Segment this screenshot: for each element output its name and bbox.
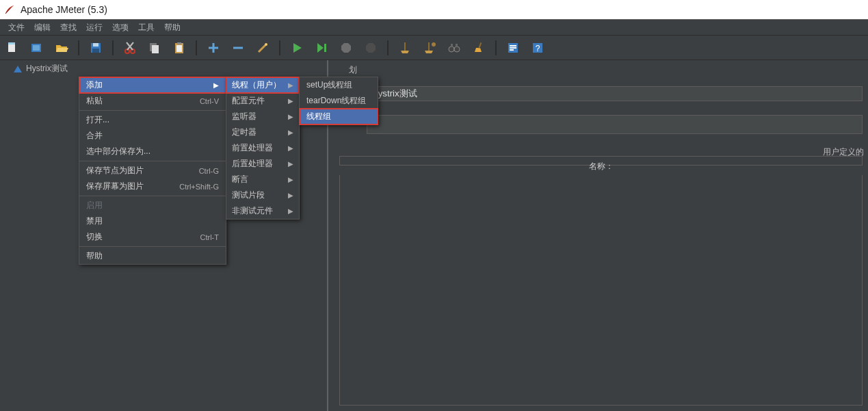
thread-group[interactable]: 线程组 [300, 109, 378, 124]
context-menu: 添加▶ 粘贴Ctrl-V 打开... 合并 选中部分保存为... 保存节点为图片… [79, 77, 226, 265]
svg-rect-22 [456, 44, 458, 47]
svg-rect-12 [176, 45, 182, 52]
ctx-open[interactable]: 打开... [79, 112, 226, 128]
toolbar-separator [196, 40, 197, 55]
chevron-right-icon: ▶ [288, 207, 293, 215]
tree-root-node[interactable]: Hystrix测试 [14, 63, 68, 75]
name-input[interactable] [367, 86, 863, 101]
new-file-icon[interactable] [4, 40, 21, 56]
toolbar-separator [387, 40, 389, 55]
menu-help[interactable]: 帮助 [160, 21, 185, 35]
help-icon[interactable]: ? [529, 40, 546, 56]
sub-assertion[interactable]: 断言▶ [226, 172, 299, 187]
menu-search[interactable]: 查找 [56, 21, 81, 35]
chevron-right-icon: ▶ [288, 144, 293, 152]
title-bar: Apache JMeter (5.3) [0, 0, 868, 19]
sub-non-test[interactable]: 非测试元件▶ [226, 203, 299, 219]
report-icon[interactable] [505, 40, 521, 56]
chevron-right-icon: ▶ [288, 81, 293, 89]
thread-setup[interactable]: setUp线程组 [300, 77, 378, 93]
sweep-all-icon[interactable] [421, 40, 438, 56]
menu-bar: 文件 编辑 查找 运行 选项 工具 帮助 [0, 19, 868, 36]
svg-rect-10 [152, 45, 159, 53]
menu-options[interactable]: 选项 [108, 21, 133, 35]
menu-tools[interactable]: 工具 [134, 21, 159, 35]
sub-fragment[interactable]: 测试片段▶ [226, 187, 299, 203]
chevron-right-icon: ▶ [213, 81, 219, 89]
svg-rect-6 [92, 49, 99, 53]
svg-point-18 [432, 42, 436, 47]
plus-icon[interactable] [205, 40, 222, 56]
minus-icon[interactable] [230, 40, 246, 56]
cut-icon[interactable] [122, 40, 138, 56]
comment-input[interactable] [367, 115, 863, 134]
ctx-disable[interactable]: 禁用 [79, 213, 226, 229]
sub-post-processor[interactable]: 后置处理器▶ [226, 156, 299, 172]
grid-column-name: 名称： [589, 161, 614, 172]
test-plan-title-suffix: 划 [349, 64, 357, 76]
svg-rect-15 [324, 44, 326, 52]
menu-file[interactable]: 文件 [4, 21, 29, 35]
sweep-icon[interactable] [397, 40, 413, 56]
svg-point-20 [454, 47, 460, 52]
ctx-add[interactable]: 添加▶ [79, 77, 226, 93]
toolbar-separator [112, 40, 114, 55]
ctx-separator [79, 161, 226, 161]
chevron-right-icon: ▶ [288, 191, 293, 199]
stop-all-icon[interactable] [363, 40, 379, 56]
svg-point-19 [449, 47, 454, 52]
thread-teardown[interactable]: tearDown线程组 [300, 93, 378, 109]
wand-icon[interactable] [254, 40, 271, 56]
sub-timer[interactable]: 定时器▶ [226, 124, 299, 140]
ctx-separator [79, 196, 226, 196]
svg-rect-3 [33, 45, 40, 51]
toolbar-separator [279, 40, 280, 55]
ctx-save-selection[interactable]: 选中部分保存为... [79, 144, 226, 159]
open-icon[interactable] [53, 40, 70, 56]
chevron-right-icon: ▶ [288, 176, 293, 183]
ctx-separator [79, 110, 226, 111]
play-next-icon[interactable] [313, 40, 330, 56]
toolbar: ? [0, 36, 868, 60]
context-submenu-add: 线程（用户）▶ 配置元件▶ 监听器▶ 定时器▶ 前置处理器▶ 后置处理器▶ 断言… [226, 77, 300, 220]
menu-edit[interactable]: 编辑 [30, 21, 55, 35]
save-icon[interactable] [88, 40, 104, 56]
right-panel: 划 名称： 注释： 用户定义的 名称： [328, 60, 868, 411]
sub-pre-processor[interactable]: 前置处理器▶ [226, 140, 299, 156]
grid-body[interactable] [339, 175, 863, 406]
app-feather-icon [4, 4, 15, 15]
svg-point-14 [265, 43, 267, 46]
svg-rect-17 [428, 42, 430, 51]
open-template-icon[interactable] [29, 40, 45, 56]
flask-icon [14, 66, 22, 72]
ctx-paste[interactable]: 粘贴Ctrl-V [79, 93, 226, 109]
ctx-save-node-image[interactable]: 保存节点为图片Ctrl-G [79, 163, 226, 178]
play-icon[interactable] [289, 40, 305, 56]
ctx-help[interactable]: 帮助 [79, 248, 226, 264]
broom-icon[interactable] [471, 40, 487, 56]
sub-listener[interactable]: 监听器▶ [226, 109, 299, 124]
ctx-toggle[interactable]: 切换Ctrl-T [79, 229, 226, 245]
svg-rect-16 [404, 42, 406, 51]
stop-icon[interactable] [338, 40, 354, 56]
tree-root-label: Hystrix测试 [26, 63, 68, 75]
sub-config[interactable]: 配置元件▶ [226, 93, 299, 109]
svg-rect-1 [8, 42, 15, 44]
binoculars-icon[interactable] [446, 40, 462, 56]
ctx-save-screen-image[interactable]: 保存屏幕为图片Ctrl+Shift-G [79, 178, 226, 194]
chevron-right-icon: ▶ [288, 160, 293, 168]
ctx-enable: 启用 [79, 198, 226, 213]
toolbar-separator [495, 40, 497, 55]
sub-threads[interactable]: 线程（用户）▶ [226, 77, 299, 93]
menu-run[interactable]: 运行 [82, 21, 107, 35]
svg-rect-23 [478, 42, 482, 48]
toolbar-separator [78, 40, 79, 55]
copy-icon[interactable] [146, 40, 163, 56]
chevron-right-icon: ▶ [288, 97, 293, 105]
paste-icon[interactable] [171, 40, 187, 56]
chevron-right-icon: ▶ [288, 113, 293, 120]
grid-header: 名称： [339, 156, 863, 165]
svg-rect-13 [177, 42, 181, 44]
svg-rect-25 [510, 45, 516, 47]
ctx-merge[interactable]: 合并 [79, 128, 226, 144]
